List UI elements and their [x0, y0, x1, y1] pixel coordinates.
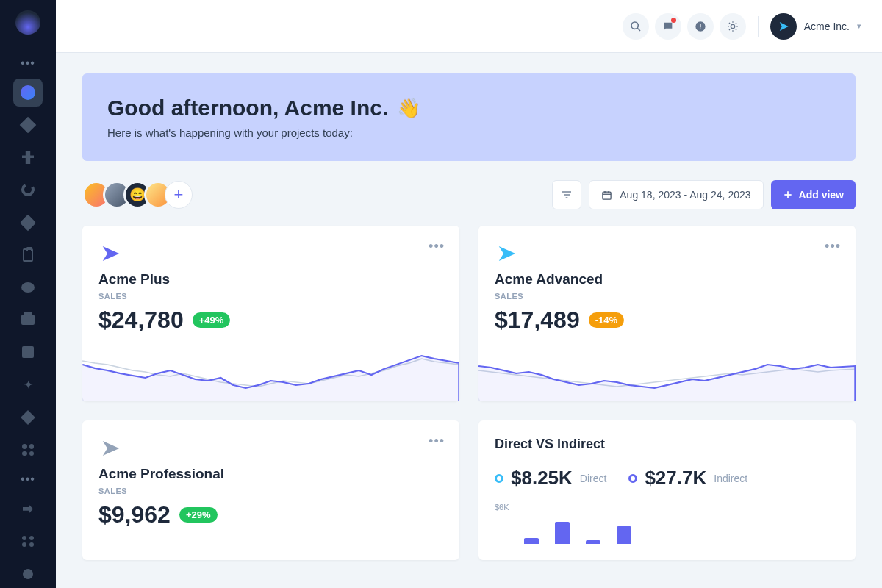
date-range-label: Aug 18, 2023 - Aug 24, 2023 [620, 189, 750, 201]
topbar-divider [758, 16, 759, 37]
search-icon [630, 21, 642, 32]
bar [524, 538, 539, 544]
topbar: Acme Inc. ▾ [56, 0, 882, 53]
alerts-button[interactable] [687, 13, 714, 40]
sparkline-chart [478, 343, 856, 401]
sidebar-item-ball[interactable] [13, 560, 43, 588]
legend-value: $27.7K [645, 467, 706, 490]
chevron-down-icon: ▾ [857, 21, 861, 31]
add-view-label: Add view [799, 189, 844, 201]
sidebar-item-analytics[interactable] [13, 176, 43, 204]
dvi-title: Direct VS Indirect [495, 437, 839, 452]
inbox-icon [21, 315, 35, 325]
legend-value: $8.25K [511, 467, 573, 490]
wave-icon: 👋 [397, 97, 420, 120]
card-title: Acme Professional [98, 466, 443, 482]
card-label: SALES [98, 487, 443, 495]
greeting-text: Good afternoon, Acme Inc. [107, 96, 388, 121]
arrow-icon [98, 437, 123, 459]
org-name: Acme Inc. [804, 21, 850, 32]
svg-marker-25 [499, 246, 516, 261]
sparkline-chart [82, 343, 459, 401]
app-logo[interactable] [15, 10, 40, 35]
sidebar-item-tree[interactable] [13, 528, 43, 556]
card-logo [98, 437, 125, 460]
legend-dot [495, 474, 503, 483]
svg-rect-3 [700, 24, 700, 27]
card-title: Acme Advanced [495, 271, 839, 287]
sidebar-item-exit[interactable] [13, 495, 43, 523]
svg-line-12 [736, 23, 736, 24]
sidebar-item-calendar[interactable] [13, 338, 43, 366]
arrow-icon [495, 243, 520, 265]
filter-button[interactable] [552, 180, 581, 209]
tree-icon [22, 536, 34, 548]
greeting-title: Good afternoon, Acme Inc. 👋 [107, 96, 831, 121]
card-value: $24,780 [98, 306, 184, 334]
card-menu-button[interactable]: ••• [825, 239, 841, 254]
add-view-button[interactable]: Add view [771, 180, 856, 209]
svg-line-10 [729, 23, 730, 24]
sales-card-acme-plus: ••• Acme Plus SALES $24,780 +49% [82, 226, 459, 401]
sidebar-item-star[interactable] [13, 404, 43, 431]
card-menu-button[interactable]: ••• [429, 434, 445, 449]
sidebar-item-layers[interactable] [13, 111, 43, 139]
controls-row: 😄 + Aug 18, 2023 - Aug 24, 2023 Add view [82, 180, 856, 209]
legend-dot [628, 474, 637, 483]
sidebar-more-icon-2[interactable]: ••• [21, 473, 35, 486]
date-range-button[interactable]: Aug 18, 2023 - Aug 24, 2023 [589, 180, 763, 209]
star-icon [21, 410, 35, 425]
card-menu-button[interactable]: ••• [429, 239, 445, 254]
sidebar-item-people[interactable] [13, 143, 43, 171]
content: Good afternoon, Acme Inc. 👋 Here is what… [56, 53, 882, 588]
sidebar-item-inbox[interactable] [13, 306, 43, 334]
dvi-legend: $8.25K Direct $27.7K Indirect [495, 467, 839, 490]
delta-badge: +49% [193, 312, 231, 328]
svg-line-13 [729, 29, 730, 30]
svg-marker-26 [103, 441, 120, 456]
card-label: SALES [98, 292, 443, 301]
legend-label: Direct [580, 473, 607, 484]
filter-icon [561, 189, 573, 201]
svg-marker-24 [103, 246, 120, 261]
notification-dot [671, 18, 676, 23]
delta-badge: +29% [179, 507, 218, 523]
org-switcher[interactable]: Acme Inc. ▾ [770, 13, 861, 40]
calendar-icon [22, 346, 34, 358]
add-avatar-button[interactable]: + [165, 181, 193, 209]
delta-badge: -14% [589, 312, 624, 328]
legend-label: Indirect [714, 473, 747, 484]
avatar-stack: 😄 + [82, 181, 193, 209]
card-value: $17,489 [495, 306, 580, 334]
sidebar-item-tasks[interactable] [13, 241, 43, 269]
pen-icon [20, 214, 37, 231]
sparkles-icon: ✦ [24, 378, 33, 392]
plus-icon [783, 190, 793, 200]
greeting-banner: Good afternoon, Acme Inc. 👋 Here is what… [82, 74, 856, 161]
dashboard-icon [21, 85, 35, 100]
sidebar: ••• ✦ ••• [0, 0, 56, 588]
sales-card-acme-advanced: ••• Acme Advanced SALES $17,489 -14% [478, 226, 856, 401]
card-value: $9,962 [98, 501, 171, 528]
exit-icon [23, 504, 33, 513]
svg-line-11 [736, 29, 736, 30]
calendar-icon [601, 190, 612, 201]
sidebar-item-sparkles[interactable]: ✦ [13, 371, 43, 399]
svg-marker-14 [780, 22, 789, 31]
arrow-icon [98, 243, 123, 265]
messages-button[interactable] [655, 13, 681, 40]
card-logo [495, 242, 521, 265]
clipboard-icon [23, 248, 33, 262]
sidebar-item-dashboard[interactable] [13, 79, 43, 107]
sidebar-item-apps[interactable] [13, 436, 43, 464]
svg-point-0 [631, 22, 638, 29]
search-button[interactable] [623, 13, 649, 40]
card-label: SALES [495, 292, 839, 301]
theme-button[interactable] [720, 13, 746, 40]
org-avatar [770, 13, 797, 40]
sidebar-item-chat[interactable] [13, 273, 43, 301]
card-title: Acme Plus [98, 271, 443, 287]
sidebar-item-edit[interactable] [13, 208, 43, 236]
sidebar-more-icon[interactable]: ••• [21, 57, 35, 70]
ball-icon [23, 569, 33, 579]
